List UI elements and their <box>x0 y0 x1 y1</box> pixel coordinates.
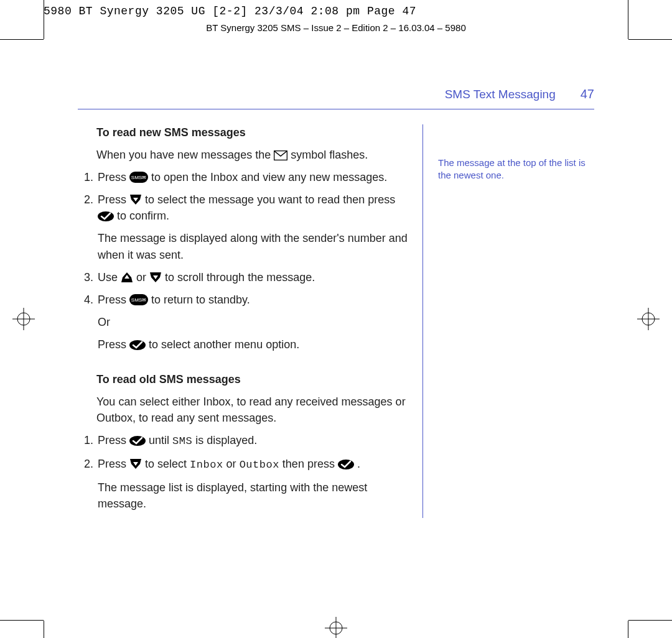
crop-mark <box>0 39 44 40</box>
text-or: Or <box>98 314 408 330</box>
text: Press <box>98 338 129 351</box>
text: Press <box>98 294 129 306</box>
text: Press <box>98 193 129 206</box>
heading-read-new: To read new SMS messages <box>96 124 408 141</box>
main-column: To read new SMS messages When you have n… <box>78 124 423 518</box>
intro-line: When you have new messages the symbol fl… <box>96 147 408 163</box>
down-arrow-key-icon <box>129 458 142 469</box>
text: When you have new messages the <box>96 149 274 161</box>
text: or <box>136 271 149 284</box>
text: to select <box>145 458 190 470</box>
tick-key-icon <box>129 436 146 446</box>
tick-key-icon <box>98 211 114 221</box>
text: Use <box>98 271 121 284</box>
step-item: Press SMS✉ to return to standby. Or Pres… <box>96 292 408 353</box>
step-item: Press SMS✉ to open the Inbox and view an… <box>96 169 408 185</box>
lcd-text: SMS <box>172 435 192 447</box>
crop-mark <box>44 621 44 638</box>
text: to scroll through the message. <box>165 271 315 284</box>
text: Press <box>98 458 129 470</box>
intro-line: You can select either Inbox, to read any… <box>96 394 408 426</box>
registration-mark-icon <box>637 308 660 330</box>
heading-read-old: To read old SMS messages <box>96 371 408 387</box>
text: to confirm. <box>117 210 169 222</box>
crop-mark <box>628 620 672 621</box>
text: or <box>226 458 240 470</box>
text: symbol flashes. <box>291 149 368 161</box>
step-item: Press to select Inbox or Outbox then pre… <box>96 456 408 512</box>
sms-key-icon: SMS✉ <box>129 294 148 305</box>
svg-point-25 <box>338 460 354 469</box>
step-note: The message list is displayed, starting … <box>98 479 408 512</box>
svg-text:SMS✉: SMS✉ <box>131 175 146 180</box>
text: to select the message you want to read t… <box>145 193 395 206</box>
text: Press <box>98 171 129 183</box>
registration-mark-icon <box>325 617 347 638</box>
side-note: The message at the top of the list is th… <box>438 157 594 182</box>
text: to return to standby. <box>151 294 250 306</box>
crop-mark <box>628 39 672 40</box>
envelope-icon <box>274 150 287 160</box>
svg-point-14 <box>98 211 114 221</box>
crop-mark <box>0 620 44 621</box>
text: Press <box>98 434 129 446</box>
tick-key-icon <box>338 460 354 469</box>
crop-mark <box>628 0 628 39</box>
step-item: Press to select the message you want to … <box>96 192 408 262</box>
text: until <box>149 434 172 446</box>
down-arrow-key-icon <box>129 194 142 205</box>
section-title: SMS Text Messaging <box>445 88 556 101</box>
tick-key-icon <box>129 340 146 350</box>
sms-key-icon: SMS✉ <box>129 172 148 183</box>
step-item: Press until SMS is displayed. <box>96 432 408 450</box>
crop-mark <box>628 621 628 638</box>
up-arrow-key-icon <box>121 272 133 283</box>
svg-text:SMS✉: SMS✉ <box>131 297 146 303</box>
svg-point-22 <box>129 436 146 446</box>
step-note: The message is displayed along with the … <box>98 230 408 262</box>
running-head: BT Synergy 3205 SMS – Issue 2 – Edition … <box>0 22 672 33</box>
registration-mark-icon <box>12 308 35 330</box>
step-item: Use or to scroll through the message. <box>96 269 408 285</box>
page-number: 47 <box>581 87 594 101</box>
text: is displayed. <box>195 434 257 446</box>
lcd-text: Inbox <box>190 459 223 471</box>
text: . <box>357 458 360 470</box>
lcd-text: Outbox <box>240 459 279 471</box>
down-arrow-key-icon <box>149 272 162 283</box>
svg-point-21 <box>129 340 146 350</box>
text: to select another menu option. <box>149 338 299 351</box>
side-column: The message at the top of the list is th… <box>423 124 594 518</box>
text: then press <box>282 458 338 470</box>
text: to open the Inbox and view any new messa… <box>151 171 387 183</box>
prepress-slug: 5980 BT Synergy 3205 UG [2-2] 23/3/04 2:… <box>44 5 416 17</box>
